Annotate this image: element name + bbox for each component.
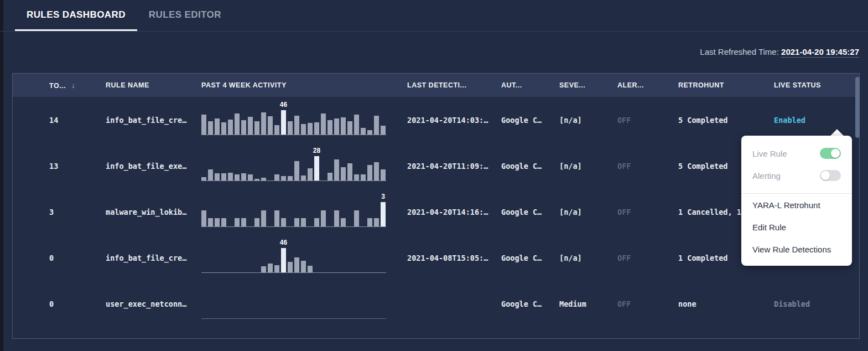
sparkline-bar bbox=[281, 176, 286, 180]
activity-sparkline: 3 bbox=[201, 192, 386, 227]
sparkline-bar bbox=[201, 210, 206, 226]
sparkline-bar bbox=[301, 218, 306, 226]
cell-author: Google C… bbox=[489, 162, 547, 171]
cell-alerting: OFF bbox=[605, 254, 666, 262]
sparkline-bar bbox=[341, 117, 346, 135]
header-cell-activity[interactable]: PAST 4 WEEK ACTIVITY bbox=[189, 81, 395, 89]
sparkline-bar: 46 bbox=[281, 110, 286, 135]
table-row[interactable]: 0user_exec_netconn…Google C…MediumOFFnon… bbox=[13, 281, 859, 327]
sparkline-bar bbox=[254, 179, 259, 180]
sparkline-max-label: 3 bbox=[381, 193, 385, 200]
cell-last-detection: 2021-04-20T14:16:… bbox=[395, 208, 489, 216]
sparkline-bar bbox=[274, 125, 279, 135]
sparkline-bar bbox=[235, 113, 240, 135]
tab-rules-dashboard[interactable]: RULES DASHBOARD bbox=[15, 0, 137, 31]
sparkline-bar bbox=[208, 218, 213, 226]
header-cell-author[interactable]: AUT... bbox=[489, 81, 547, 89]
cell-severity: [n/a] bbox=[547, 254, 605, 262]
sparkline-max-label: 46 bbox=[280, 239, 287, 246]
cell-author: Google C… bbox=[489, 116, 547, 125]
table-body: 14info_bat_file_cre…462021-04-20T14:03:…… bbox=[13, 97, 859, 327]
activity-sparkline: 46 bbox=[201, 100, 386, 135]
sparkline-bar bbox=[274, 265, 279, 272]
sparkline-bar bbox=[201, 115, 206, 135]
sparkline-bar bbox=[254, 218, 259, 226]
cell-last-detection: 2021-04-20T14:03:… bbox=[395, 116, 489, 125]
sparkline-bar bbox=[228, 120, 233, 135]
sort-desc-icon: ↓ bbox=[71, 81, 76, 90]
toggle-knob bbox=[821, 171, 830, 180]
cell-severity: [n/a] bbox=[547, 162, 605, 171]
menu-item-edit-rule[interactable]: Edit Rule bbox=[741, 216, 852, 238]
sparkline-max-label: 46 bbox=[280, 101, 287, 109]
table-header: TO...↓RULE NAMEPAST 4 WEEK ACTIVITYLAST … bbox=[13, 74, 859, 97]
sparkline-bar bbox=[294, 257, 299, 272]
cell-severity: [n/a] bbox=[547, 116, 605, 125]
cell-total: 13 bbox=[13, 162, 93, 171]
sparkline-bar bbox=[381, 126, 386, 135]
cell-rule-name[interactable]: user_exec_netconn… bbox=[93, 300, 189, 308]
toggle-row-alerting: Alerting bbox=[741, 164, 852, 187]
last-refreshed-label: Last Refreshed Time: bbox=[700, 47, 779, 56]
sparkline-bar bbox=[241, 173, 246, 180]
sparkline-bar bbox=[374, 162, 379, 180]
menu-item-yara-l-retrohunt[interactable]: YARA-L Retrohunt bbox=[741, 194, 852, 216]
header-cell-total[interactable]: TO...↓ bbox=[13, 81, 93, 90]
table-scrollbar-thumb[interactable] bbox=[855, 77, 860, 138]
sparkline-bar bbox=[361, 128, 366, 135]
sparkline-bar bbox=[367, 130, 372, 135]
rules-table: TO...↓RULE NAMEPAST 4 WEEK ACTIVITYLAST … bbox=[12, 73, 860, 339]
sparkline-bar bbox=[268, 264, 273, 272]
tab-bar: RULES DASHBOARDRULES EDITOR bbox=[0, 0, 868, 32]
sparkline-bar bbox=[281, 218, 286, 226]
cell-activity bbox=[189, 281, 395, 319]
toggle-row-live-rule: Live Rule bbox=[741, 142, 852, 164]
sparkline-bar bbox=[301, 176, 306, 180]
cell-rule-name[interactable]: info_bat_file_cre… bbox=[93, 254, 189, 262]
table-row[interactable]: 14info_bat_file_cre…462021-04-20T14:03:…… bbox=[13, 97, 859, 143]
cell-activity: 46 bbox=[189, 97, 395, 135]
sparkline-bar bbox=[221, 122, 226, 135]
table-row[interactable]: 13info_bat_file_exe…282021-04-20T11:09:…… bbox=[13, 143, 859, 189]
cell-alerting: OFF bbox=[605, 300, 666, 308]
table-row[interactable]: 3malware_win_lokib…32021-04-20T14:16:…Go… bbox=[13, 189, 859, 235]
cell-rule-name[interactable]: info_bat_file_exe… bbox=[93, 162, 189, 171]
sparkline-bar: 3 bbox=[381, 202, 386, 226]
sparkline-bar bbox=[248, 174, 253, 180]
sparkline-bar: 46 bbox=[281, 248, 286, 272]
rules-dashboard-page: RULES DASHBOARDRULES EDITOR Last Refresh… bbox=[0, 0, 868, 351]
sparkline-bar bbox=[354, 115, 359, 135]
header-cell-live_status[interactable]: LIVE STATUS bbox=[762, 81, 859, 89]
cell-rule-name[interactable]: info_bat_file_cre… bbox=[93, 116, 189, 125]
activity-sparkline: 46 bbox=[201, 238, 386, 273]
header-cell-severity[interactable]: SEVE... bbox=[547, 81, 605, 89]
sparkline-bar bbox=[241, 218, 246, 226]
cell-rule-name[interactable]: malware_win_lokib… bbox=[93, 208, 189, 216]
sparkline-bar bbox=[261, 266, 266, 272]
sparkline-bar bbox=[354, 174, 359, 180]
live-rule-toggle[interactable] bbox=[820, 148, 841, 159]
sparkline-bar bbox=[308, 266, 313, 272]
tab-rules-editor[interactable]: RULES EDITOR bbox=[137, 0, 233, 31]
sparkline-bar bbox=[294, 116, 299, 135]
sparkline-bar bbox=[367, 218, 372, 226]
sparkline-bar bbox=[347, 121, 352, 135]
sparkline-bar bbox=[254, 121, 259, 135]
header-cell-last_detection[interactable]: LAST DETECTI... bbox=[395, 81, 489, 89]
menu-item-view-rule-detections[interactable]: View Rule Detections bbox=[741, 238, 852, 260]
sparkline-bar bbox=[328, 120, 332, 135]
table-row[interactable]: 0info_bat_file_cre…462021-04-08T15:05:…G… bbox=[13, 235, 859, 281]
cell-activity: 3 bbox=[189, 189, 395, 227]
last-refreshed: Last Refreshed Time: 2021-04-20 19:45:27 bbox=[700, 47, 859, 56]
toggle-knob bbox=[831, 149, 840, 158]
header-cell-alerting[interactable]: ALER... bbox=[605, 81, 666, 89]
sparkline-bar bbox=[208, 169, 213, 180]
sparkline-bar bbox=[294, 161, 299, 180]
sparkline-bar bbox=[374, 116, 379, 135]
header-cell-retrohunt[interactable]: RETROHUNT bbox=[666, 81, 762, 89]
cell-alerting: OFF bbox=[605, 208, 666, 216]
alerting-toggle[interactable] bbox=[820, 170, 841, 181]
header-cell-rule_name[interactable]: RULE NAME bbox=[93, 81, 189, 89]
cell-live-status[interactable]: Enabled bbox=[762, 116, 859, 125]
sparkline-bar bbox=[248, 117, 253, 135]
